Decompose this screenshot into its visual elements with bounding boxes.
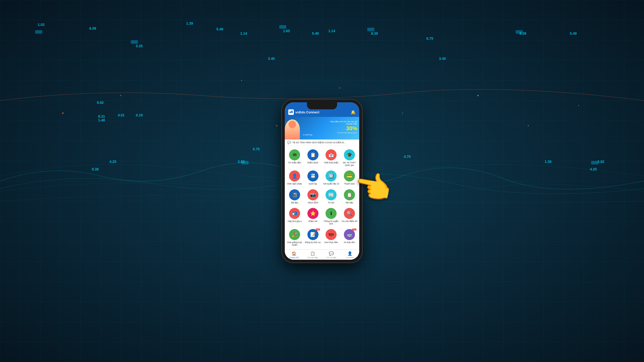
app-grid-scroll[interactable]: ✉Tin nhắn đến📋Điểm danh📅Thời khóa biểu🎓Đ… [285,146,359,249]
app-label-ne-nep: Nề nếp [346,201,353,204]
app-icon-tra-cuu-diem-thi: 🔍 [344,208,355,219]
svg-rect-12 [367,28,374,31]
nav-item-trang-chu[interactable]: 🏠Trang chủ [285,251,303,259]
svg-point-1 [120,95,121,96]
app-item-danh-ba[interactable]: 📇Danh bạ [304,169,322,186]
app-label-xem-thuc-don: Xem thực đơn [324,241,338,244]
app-icon-tin-tuc: 📰 [326,189,337,200]
app-icon-dk-thi-thpt: 🎓 [344,149,355,160]
app-label-thanh-toan: Thanh toán [344,183,355,185]
app-item-dk-thi-thpt[interactable]: 🎓ĐK Thi THPT Quốc gia [341,148,358,167]
app-item-bai-tap[interactable]: 📓Bài tập [286,188,303,205]
app-icon-thoi-khoa-bieu: 📅 [326,149,337,160]
app-item-y-te[interactable]: new❤Y tế sức khỏe [286,249,303,250]
app-label-tin-nhan: Tin nhắn đến [288,161,301,164]
app-icon-hop-thu: 📬 [289,208,300,219]
nav-label-kq-hoc-tap: KQ học tập [307,256,318,259]
app-item-album-anh[interactable]: 📷Album Ảnh [304,188,322,205]
app-icon-thong-tin-tuyen-sinh: ℹ [326,208,337,219]
bell-icon[interactable]: 🔔 [351,110,356,115]
app-label-xe-dua-don: Xe đưa đón [344,241,355,244]
app-item-ne-nep[interactable]: 📋Nề nếp [341,188,358,205]
app-item-tra-cuu-diem-thi[interactable]: 🔍Tra cứu điểm thi [341,207,358,226]
app-label-khai-giang: Khai giảng trực tuyến [287,241,303,246]
app-header-left: vnEdu Connect [288,109,319,115]
app-label-tin-tuc: Tin tức [328,201,334,204]
svg-rect-14 [591,161,598,164]
app-item-tin-tuc[interactable]: 📰Tin tức [323,188,340,205]
app-title: vnEdu Connect [295,110,319,114]
nav-label-tro-chuyen: Trò chuyện [326,256,336,259]
nav-label-trang-chu: Trang chủ [290,256,299,259]
svg-point-2 [241,80,242,81]
nav-label-ca-nhan: Cá nhân [346,256,354,259]
svg-rect-9 [35,30,42,34]
app-item-dang-ky-dv[interactable]: new📝Đăng ký dịch vụ [304,228,322,247]
svg-point-7 [528,125,529,126]
banner-pay-label: ♥ VNPTPay [303,134,357,136]
app-icon-diem-danh: 📋 [307,149,318,160]
app-icon-xem-thuc-don: 🍽 [326,229,337,240]
svg-point-5 [402,113,403,114]
app-icon-nhan-xet: ⭐ [307,208,318,219]
app-item-khai-giang[interactable]: 🎉Khai giảng trực tuyến [286,228,303,247]
app-label-xet-tuyen: Xét tuyển lớp 10 [323,183,339,185]
phone-device: vnEdu Connect 🔔 Năng bằng chào đón năm h… [282,99,362,263]
svg-rect-15 [242,161,249,164]
svg-rect-17 [291,111,293,113]
notification-bar[interactable]: 💬 TB DO TÌNH HÌNH DỊCH BỆNH COVID-19 DIỄ… [285,140,359,146]
nav-icon-kq-hoc-tap: 📋 [310,251,315,256]
app-label-album-anh: Album Ảnh [308,201,318,204]
app-label-tra-cuu-diem-thi: Tra cứu điểm thi [341,220,357,222]
app-label-nhan-xet: Nhận xét [308,220,317,222]
app-icon-tin-nhan: ✉ [289,149,300,160]
app-icon-ne-nep: 📋 [344,189,355,200]
app-item-tin-nhan[interactable]: ✉Tin nhắn đến [286,148,303,167]
app-icon-thanh-toan: 💳 [344,170,355,182]
app-item-thoi-khoa-bieu[interactable]: 📅Thời khóa biểu [323,148,340,167]
app-item-don-nghi-phep[interactable]: 👤Đơn nghỉ phép [286,169,303,186]
app-icon-don-nghi-phep: 👤 [289,170,300,182]
banner-main-text: HOÀN TỚI [346,123,357,125]
nav-item-ca-nhan[interactable]: 👤Cá nhân [341,251,359,259]
banner-sub-text: Khi thanh toán học phí qua ví [303,132,357,133]
app-label-thong-tin-tuyen-sinh: Thông tin tuyển sinh [323,220,339,225]
app-grid: ✉Tin nhắn đến📋Điểm danh📅Thời khóa biểu🎓Đ… [286,148,358,249]
svg-point-0 [62,112,64,114]
svg-point-8 [578,105,579,106]
app-item-xem-thuc-don[interactable]: 🍽Xem thực đơn [323,228,340,247]
banner-percent: 30% [303,125,357,132]
app-item-thong-tin-tuyen-sinh[interactable]: ℹThông tin tuyển sinh [323,207,340,226]
phone-wrapper: vnEdu Connect 🔔 Năng bằng chào đón năm h… [282,99,362,263]
app-label-danh-ba: Danh bạ [309,183,317,185]
app-item-nhan-xet[interactable]: ⭐Nhận xét [304,207,322,226]
nav-item-kq-hoc-tap[interactable]: 📋KQ học tập [303,251,322,259]
app-icon-album-anh: 📷 [307,189,318,200]
phone-notch [307,102,337,109]
app-icon-xet-tuyen: 🔟 [326,170,337,182]
banner: Năng bằng chào đón năm học mới HOÀN TỚI … [285,117,359,140]
app-label-dk-thi-thpt: ĐK Thi THPT Quốc gia [341,161,358,166]
app-icon-xe-dua-don: 🚌 [344,229,355,240]
app-label-bai-tap: Bài tập [291,201,298,204]
app-icon-bai-tap: 📓 [289,189,300,200]
app-item-xet-tuyen[interactable]: 🔟Xét tuyển lớp 10 [323,169,340,186]
nav-icon-ca-nhan: 👤 [347,251,352,256]
app-label-hop-thu: Hộp thư góp ý [288,220,302,222]
app-item-thanh-toan[interactable]: 💳Thanh toán [341,169,358,186]
svg-rect-10 [131,40,138,44]
nav-item-tro-chuyen[interactable]: 💬Trò chuyện [322,251,341,259]
svg-rect-16 [290,111,291,113]
app-icon-khai-giang: 🎉 [289,229,300,240]
notif-text: TB DO TÌNH HÌNH DỊCH BỆNH COVID-19 DIỄN … [292,141,346,144]
svg-point-6 [477,95,479,96]
app-icon-dang-ky-dv: 📝 [307,229,318,240]
app-item-xe-dua-don[interactable]: new🚌Xe đưa đón [341,228,358,247]
app-label-don-nghi-phep: Đơn nghỉ phép [287,183,302,185]
app-item-diem-danh[interactable]: 📋Điểm danh [304,148,322,167]
svg-point-3 [276,125,277,126]
svg-rect-11 [279,25,286,29]
banner-top-text: Năng bằng chào đón năm học mới [303,121,357,123]
app-item-hop-thu[interactable]: 📬Hộp thư góp ý [286,207,303,226]
notif-icon: 💬 [287,141,291,144]
